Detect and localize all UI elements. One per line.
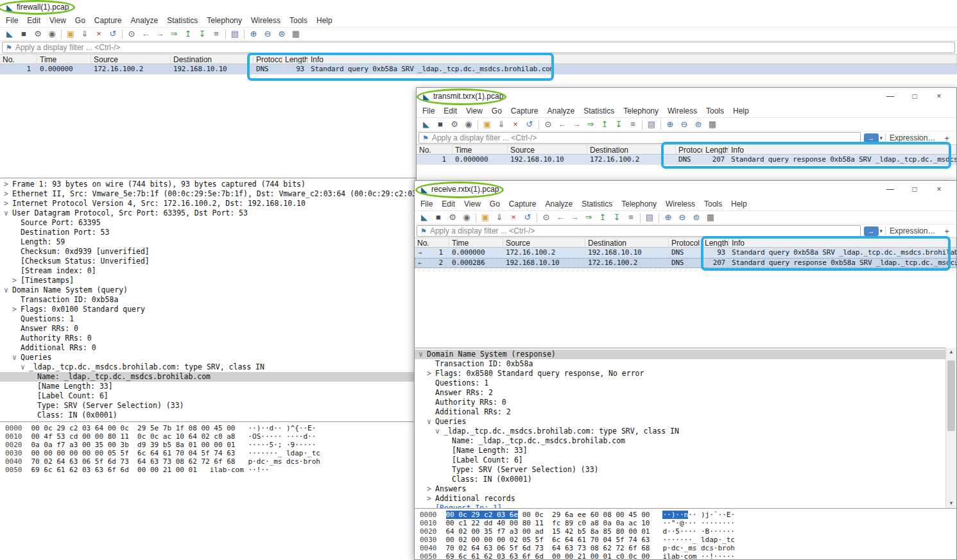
stop-capture-icon[interactable]: ■: [431, 211, 445, 224]
hex-row[interactable]: 001000 c1 22 dd 40 00 80 11 fc 89 c0 a8 …: [420, 519, 956, 527]
tree-item[interactable]: Class: IN (0x0001): [415, 475, 956, 484]
collapse-icon[interactable]: ∨: [4, 208, 12, 218]
expand-icon[interactable]: >: [12, 305, 21, 314]
column-time[interactable]: Time: [37, 55, 91, 64]
colorize-icon[interactable]: ▤: [642, 211, 657, 224]
detail-scrollbar[interactable]: ▲ ▼: [945, 348, 956, 508]
add-filter-button[interactable]: +: [939, 226, 954, 236]
zoom-out-icon[interactable]: ⊖: [677, 118, 691, 131]
menu-wireless[interactable]: Wireless: [663, 106, 702, 115]
expand-icon[interactable]: >: [4, 180, 12, 189]
column-time[interactable]: Time: [453, 145, 508, 154]
menu-analyze[interactable]: Analyze: [541, 199, 578, 208]
menu-telephony[interactable]: Telephony: [617, 199, 661, 208]
zoom-in-icon[interactable]: ⊕: [246, 28, 261, 40]
column-destination[interactable]: Destination: [587, 145, 676, 154]
save-file-icon[interactable]: ⇓: [492, 211, 506, 224]
menu-edit[interactable]: Edit: [22, 16, 45, 25]
menu-tools[interactable]: Tools: [285, 16, 312, 25]
reload-file-icon[interactable]: ↺: [522, 118, 537, 131]
tree-item[interactable]: ∨Queries: [415, 417, 956, 427]
start-capture-icon[interactable]: ◣: [3, 28, 17, 40]
zoom-in-icon[interactable]: ⊕: [663, 118, 677, 131]
go-back-icon[interactable]: ←: [553, 211, 567, 224]
menu-go[interactable]: Go: [487, 106, 506, 115]
colorize-icon[interactable]: ▤: [644, 118, 659, 131]
menu-go[interactable]: Go: [71, 16, 90, 25]
capture-options-icon[interactable]: ⚙: [445, 211, 460, 224]
close-button[interactable]: ×: [927, 92, 951, 101]
go-forward-icon[interactable]: →: [567, 211, 582, 224]
collapse-icon[interactable]: ∨: [4, 285, 12, 295]
open-file-icon[interactable]: ▣: [64, 28, 78, 40]
hex-row[interactable]: 004070 02 64 63 06 5f 6d 73 64 63 73 08 …: [420, 544, 956, 552]
collapse-icon[interactable]: ∨: [427, 417, 435, 427]
zoom-reset-icon[interactable]: ⊜: [275, 28, 289, 40]
restart-capture-icon[interactable]: ◉: [45, 28, 59, 40]
column-source[interactable]: Source: [508, 145, 587, 154]
expand-icon[interactable]: >: [4, 199, 12, 208]
zoom-in-icon[interactable]: ⊕: [661, 211, 675, 224]
column-info[interactable]: Info: [729, 238, 956, 247]
apply-filter-button[interactable]: →: [864, 226, 879, 236]
display-filter-input[interactable]: ⚑ Apply a display filter ... <Ctrl-/>: [418, 132, 861, 144]
capture-options-icon[interactable]: ⚙: [31, 28, 45, 40]
add-filter-button[interactable]: +: [939, 133, 954, 143]
scroll-up-icon[interactable]: ▲: [949, 348, 954, 357]
column-source[interactable]: Source: [503, 238, 585, 247]
titlebar-receive[interactable]: ◣ receive.rxtx(1).pcap — □ ×: [415, 181, 956, 198]
reload-file-icon[interactable]: ↺: [521, 211, 535, 224]
menu-edit[interactable]: Edit: [439, 106, 461, 115]
go-to-packet-icon[interactable]: ⇒: [582, 211, 596, 224]
column-protocol[interactable]: Protocol: [254, 55, 282, 64]
maximize-button[interactable]: □: [902, 92, 927, 101]
reload-file-icon[interactable]: ↺: [106, 28, 120, 40]
close-file-icon[interactable]: ×: [92, 28, 106, 40]
scrollbar-thumb[interactable]: [947, 361, 955, 431]
menu-file[interactable]: File: [418, 106, 439, 115]
menu-analyze[interactable]: Analyze: [126, 16, 163, 25]
tree-item[interactable]: [Name Length: 33]: [415, 446, 956, 455]
collapse-icon[interactable]: ∨: [21, 362, 29, 372]
tree-item[interactable]: Authority RRs: 0: [415, 398, 956, 407]
scrollbar-track[interactable]: [946, 357, 956, 499]
tree-item[interactable]: [Request In: 1]: [415, 504, 956, 508]
column-no[interactable]: No.: [417, 145, 453, 154]
tree-item[interactable]: Transaction ID: 0xb58a: [415, 359, 956, 369]
column-info[interactable]: Info: [308, 55, 957, 64]
tree-item[interactable]: >Answers: [415, 484, 956, 494]
go-forward-icon[interactable]: →: [153, 28, 167, 40]
menu-analyze[interactable]: Analyze: [543, 106, 580, 115]
column-protocol[interactable]: Protocol: [676, 145, 703, 154]
go-last-icon[interactable]: ↧: [195, 28, 209, 40]
menu-capture[interactable]: Capture: [504, 199, 541, 208]
menu-file[interactable]: File: [1, 16, 22, 25]
filter-bookmark-icon[interactable]: ⚑: [419, 134, 432, 142]
minimize-button[interactable]: —: [878, 92, 902, 101]
resize-columns-icon[interactable]: ▦: [703, 211, 718, 224]
expression-button[interactable]: Expression…: [885, 226, 939, 235]
menu-help[interactable]: Help: [729, 106, 754, 115]
scroll-down-icon[interactable]: ▼: [949, 499, 954, 508]
filter-bookmark-icon[interactable]: ⚑: [3, 44, 15, 52]
packet-row[interactable]: →10.000000172.16.100.2192.168.10.10DNS93…: [415, 248, 956, 258]
apply-filter-button[interactable]: →: [864, 133, 879, 143]
menu-capture[interactable]: Capture: [90, 16, 126, 25]
close-file-icon[interactable]: ×: [506, 211, 521, 224]
auto-scroll-icon[interactable]: ≡: [626, 118, 640, 131]
collapse-icon[interactable]: ∨: [418, 350, 427, 359]
menu-statistics[interactable]: Statistics: [162, 16, 202, 25]
hex-row[interactable]: 003000 02 00 00 00 02 05 5f 6c 64 61 70 …: [420, 536, 956, 544]
find-packet-icon[interactable]: ⊙: [125, 28, 139, 40]
hex-row[interactable]: 000000 0c 29 c2 03 6e 00 0c 29 6a ee 60 …: [420, 511, 956, 519]
menu-view[interactable]: View: [45, 16, 71, 25]
go-first-icon[interactable]: ↥: [596, 211, 610, 224]
expand-icon[interactable]: >: [427, 369, 435, 378]
tree-item[interactable]: Type: SRV (Server Selection) (33): [415, 465, 956, 475]
tree-item[interactable]: Answer RRs: 2: [415, 388, 956, 398]
tree-item[interactable]: [Label Count: 6]: [415, 455, 956, 465]
start-capture-icon[interactable]: ◣: [419, 118, 433, 131]
go-back-icon[interactable]: ←: [555, 118, 569, 131]
restart-capture-icon[interactable]: ◉: [461, 118, 476, 131]
zoom-reset-icon[interactable]: ⊜: [691, 118, 705, 131]
